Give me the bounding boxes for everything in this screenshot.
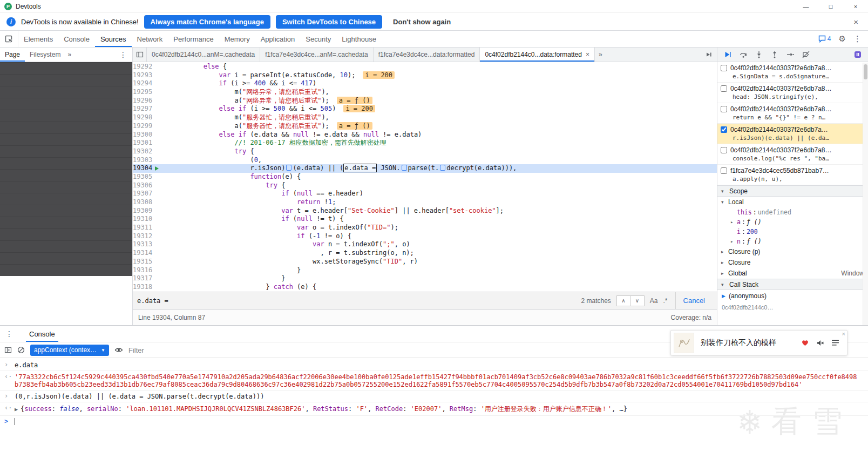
- line-number[interactable]: 19294: [133, 79, 157, 88]
- editor-tab[interactable]: 0c4f02dfb2144c0...data:formatted×: [480, 48, 594, 62]
- code-editor[interactable]: 19292else {19293var i = parseInt(e.statu…: [133, 62, 717, 292]
- line-number[interactable]: 19306: [133, 181, 157, 190]
- line-number[interactable]: 19303: [133, 156, 157, 165]
- switch-devtools-chinese-button[interactable]: Switch DevTools to Chinese: [276, 15, 382, 29]
- sidebar-scrollbar[interactable]: [863, 63, 868, 325]
- tab-sources[interactable]: Sources: [95, 31, 132, 47]
- tab-console[interactable]: Console: [26, 326, 58, 342]
- breakpoint-checkbox[interactable]: [721, 85, 727, 92]
- line-number[interactable]: 19301: [133, 139, 157, 147]
- callstack-section-header[interactable]: ▾ Call Stack: [717, 279, 868, 290]
- resume-script-icon[interactable]: [724, 51, 731, 58]
- console-sidebar-toggle-icon[interactable]: [4, 346, 12, 354]
- close-window-icon[interactable]: ×: [843, 0, 868, 12]
- breakpoint-checkbox[interactable]: [721, 106, 727, 112]
- line-number[interactable]: 19315: [133, 258, 157, 266]
- tab-network[interactable]: Network: [132, 31, 168, 47]
- line-number[interactable]: 19310: [133, 215, 157, 224]
- search-previous-icon[interactable]: ∧: [616, 295, 630, 306]
- breakpoint-entry[interactable]: 0c4f02dfb2144c03037f2e6db7a8…e.SignData …: [717, 62, 868, 83]
- line-number[interactable]: 19293: [133, 71, 157, 80]
- breakpoint-checkbox[interactable]: [721, 126, 727, 133]
- inline-breakpoint-marker[interactable]: [286, 165, 291, 171]
- line-number[interactable]: 19308: [133, 198, 157, 207]
- execution-context-selector[interactable]: appContext (contex… ▼: [30, 345, 109, 356]
- tab-lighthouse[interactable]: Lighthouse: [336, 31, 382, 47]
- line-number[interactable]: 19307: [133, 190, 157, 198]
- editor-tab[interactable]: f1fca7e4e3dc4ce...data:formatted: [374, 48, 480, 62]
- navigator-overflow-icon[interactable]: »: [65, 48, 73, 62]
- line-number[interactable]: 19299: [133, 122, 157, 131]
- scope-section[interactable]: ▾Local: [717, 197, 868, 207]
- more-options-icon[interactable]: ⋮: [853, 34, 862, 44]
- editor-tab[interactable]: f1fca7e4e3dc4ce...anM=.cachedata: [260, 48, 373, 62]
- pause-on-exceptions-icon[interactable]: [854, 51, 862, 58]
- live-expression-eye-icon[interactable]: [114, 346, 123, 354]
- callstack-frame[interactable]: ▶(anonymous): [717, 290, 868, 302]
- line-number[interactable]: 19313: [133, 240, 157, 249]
- tab-memory[interactable]: Memory: [219, 31, 255, 47]
- clear-console-icon[interactable]: [17, 346, 25, 354]
- scope-section-header[interactable]: ▾ Scope: [717, 185, 868, 197]
- editor-tabs-overflow-icon[interactable]: »: [595, 48, 606, 62]
- line-number[interactable]: 19316: [133, 266, 157, 275]
- line-number[interactable]: 19304: [133, 164, 157, 173]
- heart-icon[interactable]: [801, 339, 810, 347]
- line-number[interactable]: 19318: [133, 283, 157, 292]
- inspect-element-icon[interactable]: [0, 31, 18, 47]
- line-number[interactable]: 19292: [133, 63, 157, 71]
- step-into-icon[interactable]: [755, 51, 763, 58]
- scope-variable[interactable]: i: 200: [717, 227, 868, 237]
- breakpoint-checkbox[interactable]: [721, 147, 727, 153]
- inline-breakpoint-marker[interactable]: [402, 165, 407, 171]
- tab-elements[interactable]: Elements: [18, 31, 58, 47]
- line-number[interactable]: 19298: [133, 113, 157, 122]
- line-number[interactable]: 19295: [133, 88, 157, 97]
- navigator-toggle-icon[interactable]: [133, 48, 147, 62]
- line-number[interactable]: 19317: [133, 274, 157, 283]
- search-input[interactable]: [137, 297, 575, 305]
- breakpoint-entry[interactable]: 0c4f02dfb2144c03037f2e6db7a8…head: JSON.…: [717, 83, 868, 103]
- scope-section[interactable]: ▸Closure (p): [717, 246, 868, 257]
- inline-breakpoint-marker[interactable]: [440, 165, 445, 171]
- scope-section[interactable]: ▸Closure: [717, 257, 868, 268]
- maximize-icon[interactable]: □: [818, 0, 843, 12]
- search-next-icon[interactable]: ∨: [630, 295, 645, 306]
- scope-section[interactable]: ▸GlobalWindow: [717, 268, 868, 279]
- close-tab-icon[interactable]: ×: [586, 51, 589, 58]
- step-over-icon[interactable]: [740, 51, 747, 58]
- expand-arrow-icon[interactable]: ▶: [15, 406, 18, 412]
- breakpoint-entry[interactable]: 0c4f02dfb2144c03037f2e6db7a…r.isJson)(e.…: [717, 124, 868, 144]
- editor-tab[interactable]: 0c4f02dfb2144c0...anM=.cachedata: [147, 48, 260, 62]
- deactivate-breakpoints-icon[interactable]: [802, 51, 810, 58]
- match-chrome-language-button[interactable]: Always match Chrome's language: [144, 15, 270, 29]
- breakpoint-entry[interactable]: 0c4f02dfb2144c03037f2e6db7a8…return e &&…: [717, 103, 868, 124]
- scope-variable[interactable]: this: undefined: [717, 207, 868, 217]
- infobar-close-icon[interactable]: ×: [850, 17, 862, 26]
- regex-toggle[interactable]: .*: [663, 297, 668, 305]
- line-number[interactable]: 19297: [133, 105, 157, 113]
- navigator-more-icon[interactable]: ⋮: [114, 48, 132, 62]
- tab-security[interactable]: Security: [300, 31, 336, 47]
- breakpoint-entry[interactable]: f1fca7e4e3dc4cec55db871bab7…a.apply(n, u…: [717, 165, 868, 185]
- scope-variable[interactable]: ▸a: ƒ (): [717, 217, 868, 227]
- tab-application[interactable]: Application: [255, 31, 301, 47]
- settings-gear-icon[interactable]: ⚙: [839, 34, 846, 44]
- toggle-debugger-sidebar-icon[interactable]: [705, 48, 717, 62]
- line-number[interactable]: 19309: [133, 207, 157, 216]
- line-number[interactable]: 19296: [133, 97, 157, 105]
- widget-close-icon[interactable]: ×: [842, 331, 845, 337]
- tab-performance[interactable]: Performance: [168, 31, 219, 47]
- step-icon[interactable]: [786, 51, 794, 58]
- search-cancel-button[interactable]: Cancel: [675, 292, 713, 309]
- line-number[interactable]: 19302: [133, 147, 157, 156]
- breakpoint-entry[interactable]: 0c4f02dfb2144c03037f2e6db7a8…console.log…: [717, 144, 868, 165]
- line-number[interactable]: 19311: [133, 224, 157, 232]
- breakpoint-checkbox[interactable]: [721, 65, 727, 71]
- console-filter-input[interactable]: [128, 346, 290, 354]
- dont-show-again-button[interactable]: Don't show again: [388, 15, 456, 29]
- step-out-icon[interactable]: [771, 51, 778, 58]
- line-number[interactable]: 19305: [133, 173, 157, 181]
- breakpoint-checkbox[interactable]: [721, 167, 727, 174]
- match-case-toggle[interactable]: Aa: [650, 297, 658, 305]
